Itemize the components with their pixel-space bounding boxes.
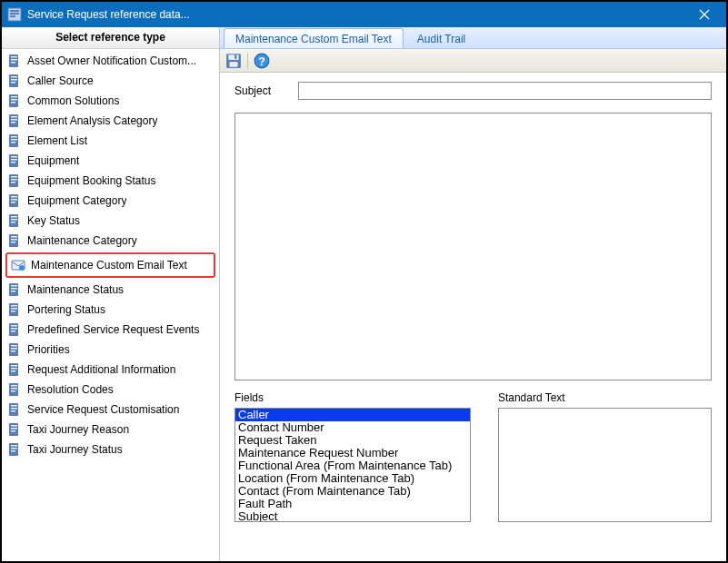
sidebar-item[interactable]: Element Analysis Category (2, 111, 219, 131)
svg-rect-32 (11, 179, 17, 181)
sidebar-item[interactable]: Taxi Journey Reason (2, 420, 219, 440)
sidebar-item-label: Key Status (27, 214, 80, 227)
svg-rect-3 (10, 15, 15, 17)
close-button[interactable] (686, 2, 723, 27)
sidebar-item-label: Maintenance Category (27, 234, 137, 247)
sidebar-item[interactable]: Equipment Category (2, 191, 219, 211)
sidebar-item-label: Predefined Service Request Events (27, 323, 199, 336)
svg-rect-69 (11, 385, 17, 387)
book-icon (7, 114, 22, 128)
svg-rect-20 (11, 119, 17, 121)
sidebar-item[interactable]: Common Solutions (2, 91, 219, 111)
fields-option[interactable]: Contact Number (235, 421, 470, 434)
svg-rect-8 (11, 59, 17, 61)
tab[interactable]: Audit Trail (405, 28, 477, 48)
svg-rect-51 (11, 291, 15, 292)
book-icon (7, 193, 22, 208)
fields-listbox-wrap: CallerContact NumberRequest TakenMainten… (234, 408, 471, 522)
tab[interactable]: Maintenance Custom Email Text (224, 28, 404, 48)
fields-option[interactable]: Request Taken (235, 434, 470, 447)
book-icon (7, 422, 22, 437)
sidebar-item-label: Service Request Customisation (27, 403, 179, 416)
sidebar-item-label: Priorities (27, 343, 70, 356)
svg-rect-13 (11, 82, 15, 84)
svg-rect-77 (11, 425, 17, 427)
svg-rect-62 (11, 348, 17, 350)
sidebar-item-label: Element List (27, 134, 87, 147)
fields-option[interactable]: Contact (From Maintenance Tab) (235, 485, 470, 498)
subject-label: Subject (234, 84, 298, 97)
svg-rect-39 (11, 216, 17, 218)
sidebar-item-label: Maintenance Status (27, 283, 124, 296)
sidebar-item[interactable]: Service Request Customisation (2, 400, 219, 420)
svg-rect-40 (11, 219, 17, 221)
sidebar-item[interactable]: Request Additional Information (2, 360, 219, 380)
svg-rect-67 (11, 370, 15, 372)
sidebar-item-label: Maintenance Custom Email Text (31, 259, 187, 272)
sidebar-item[interactable]: Key Status (2, 211, 219, 231)
sidebar-item[interactable]: Maintenance Category (2, 231, 219, 251)
fields-option[interactable]: Subject (235, 510, 470, 521)
fields-option[interactable]: Caller (235, 409, 470, 421)
standard-text-wrap (498, 408, 712, 522)
svg-rect-27 (11, 156, 17, 158)
sidebar-item[interactable]: Predefined Service Request Events (2, 320, 219, 340)
book-icon (7, 342, 22, 357)
svg-rect-53 (11, 305, 17, 307)
save-button[interactable] (225, 53, 242, 69)
window-title: Service Request reference data... (27, 8, 686, 21)
sidebar-item[interactable]: Taxi Journey Status (2, 440, 219, 459)
fields-option[interactable]: Fault Path (235, 498, 470, 510)
svg-rect-74 (11, 408, 17, 410)
svg-rect-82 (11, 448, 17, 449)
book-icon (7, 442, 22, 457)
svg-rect-43 (11, 236, 17, 238)
subject-input[interactable] (298, 82, 712, 100)
sidebar-item[interactable]: Resolution Codes (2, 380, 219, 400)
sidebar-item[interactable]: Element List (2, 131, 219, 151)
svg-rect-83 (11, 450, 15, 452)
standard-text-panel: Standard Text (498, 391, 712, 522)
svg-text:?: ? (258, 54, 265, 67)
fields-option[interactable]: Location (From Maintenance Tab) (235, 472, 470, 485)
fields-panel: Fields CallerContact NumberRequest Taken… (234, 391, 471, 522)
standard-text-label: Standard Text (498, 391, 712, 404)
content-area: Maintenance Custom Email TextAudit Trail… (220, 27, 726, 561)
svg-rect-50 (11, 288, 17, 290)
sidebar-item[interactable]: Maintenance Status (2, 280, 219, 300)
sidebar-item[interactable]: Caller Source (2, 71, 219, 91)
help-button[interactable]: ? (254, 53, 270, 69)
email-body-textarea[interactable] (234, 113, 712, 380)
book-icon (7, 133, 22, 148)
sidebar-item[interactable]: Priorities (2, 340, 219, 360)
sidebar-item[interactable]: Portering Status (2, 300, 219, 320)
svg-rect-35 (11, 196, 17, 198)
svg-rect-37 (11, 202, 15, 203)
svg-rect-81 (11, 445, 17, 447)
sidebar-item-label: Equipment (27, 154, 79, 167)
fields-listbox[interactable]: CallerContact NumberRequest TakenMainten… (235, 409, 470, 521)
fields-option[interactable]: Maintenance Request Number (235, 447, 470, 459)
sidebar-item[interactable]: Equipment (2, 151, 219, 171)
sidebar-item[interactable]: Maintenance Custom Email Text (5, 252, 215, 278)
sidebar-item-label: Taxi Journey Status (27, 443, 123, 456)
help-icon: ? (254, 53, 270, 69)
svg-rect-41 (11, 222, 15, 223)
svg-rect-21 (11, 122, 15, 123)
sidebar-item-label: Request Additional Information (27, 363, 175, 376)
fields-option[interactable]: Functional Area (From Maintenance Tab) (235, 459, 470, 472)
sidebar-item[interactable]: Asset Owner Notification Custom... (2, 51, 219, 71)
sidebar-item-label: Resolution Codes (27, 383, 114, 396)
book-icon (7, 213, 22, 228)
sidebar: Select reference type Asset Owner Notifi… (2, 27, 220, 561)
sidebar-item[interactable]: Equipment Booking Status (2, 171, 219, 191)
standard-text-textarea[interactable] (499, 409, 711, 521)
titlebar: Service Request reference data... (2, 2, 726, 27)
svg-rect-59 (11, 331, 15, 332)
svg-rect-36 (11, 199, 17, 201)
svg-rect-11 (11, 76, 17, 78)
svg-rect-16 (11, 99, 17, 101)
book-icon (7, 173, 22, 188)
book-icon (7, 382, 22, 397)
svg-rect-85 (228, 54, 238, 60)
